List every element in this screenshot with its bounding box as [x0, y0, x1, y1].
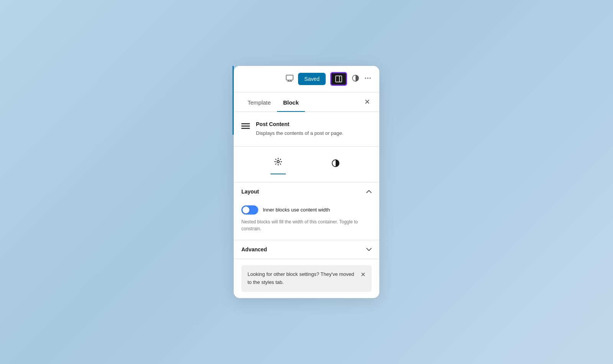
tab-template[interactable]: Template — [241, 92, 277, 112]
toggle-label: Inner blocks use content width — [263, 207, 330, 213]
svg-rect-0 — [286, 75, 293, 80]
svg-point-7 — [365, 77, 366, 79]
inner-blocks-toggle[interactable] — [241, 205, 258, 215]
gear-settings-wrapper — [270, 154, 286, 174]
style-settings-button[interactable] — [328, 156, 343, 173]
svg-point-8 — [367, 77, 369, 79]
toggle-track — [241, 205, 258, 215]
settings-panel: Saved — [234, 66, 379, 298]
sidebar-toggle-button[interactable] — [330, 72, 347, 86]
tab-block[interactable]: Block — [277, 92, 305, 112]
toggle-row: Inner blocks use content width — [241, 205, 372, 215]
notice-banner: Looking for other block settings? They'v… — [241, 265, 372, 292]
saved-button[interactable]: Saved — [298, 73, 326, 85]
more-options-icon[interactable] — [364, 74, 372, 84]
top-bar: Saved — [234, 66, 379, 92]
style-toggle-icon[interactable] — [352, 74, 359, 84]
gear-settings-button[interactable] — [271, 154, 285, 171]
layout-section-content: Inner blocks use content width Nested bl… — [234, 201, 379, 240]
layout-section-title: Layout — [241, 189, 259, 195]
svg-rect-4 — [336, 76, 342, 82]
block-info-text: Post Content Displays the contents of a … — [256, 121, 343, 137]
block-info-section: Post Content Displays the contents of a … — [234, 112, 379, 147]
advanced-chevron-icon — [366, 246, 372, 253]
advanced-section-title: Advanced — [241, 246, 267, 253]
monitor-icon[interactable] — [286, 75, 293, 84]
svg-point-13 — [277, 161, 279, 163]
block-settings-icons-row — [234, 147, 379, 182]
layout-section-header[interactable]: Layout — [234, 182, 379, 201]
advanced-section-header[interactable]: Advanced — [234, 240, 379, 259]
block-description: Displays the contents of a post or page. — [256, 130, 343, 137]
post-content-icon — [241, 122, 250, 132]
layout-chevron-icon — [366, 189, 372, 195]
toggle-description: Nested blocks will fill the width of thi… — [241, 218, 372, 232]
layout-section: Layout Inner blocks use content width — [234, 182, 379, 240]
block-title: Post Content — [256, 121, 343, 127]
panel-close-button[interactable]: ✕ — [363, 96, 372, 108]
tabs-row: Template Block ✕ — [234, 92, 379, 112]
toggle-thumb — [243, 207, 249, 213]
sidebar-toggle-icon — [335, 75, 342, 82]
notice-text: Looking for other block settings? They'v… — [247, 271, 357, 287]
gear-tab-underline — [270, 174, 286, 174]
svg-point-9 — [370, 77, 371, 79]
notice-close-button[interactable]: ✕ — [361, 271, 366, 278]
advanced-section: Advanced — [234, 240, 379, 259]
